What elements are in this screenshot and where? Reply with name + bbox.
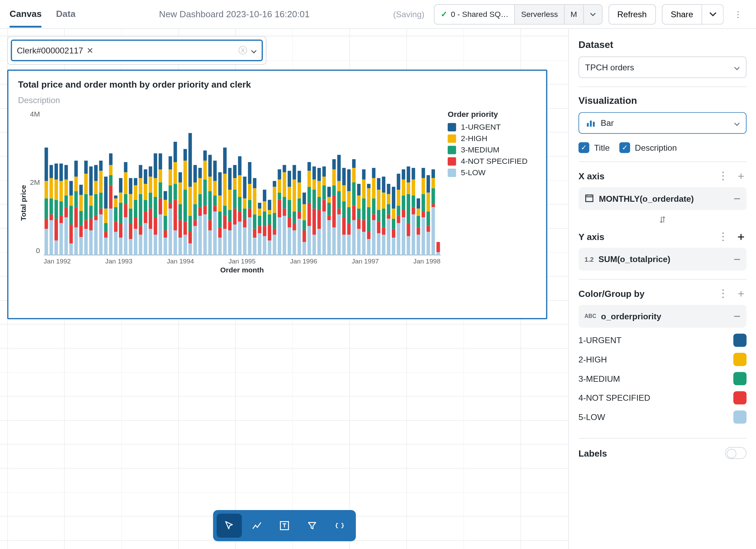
svg-rect-221 (262, 236, 266, 255)
svg-rect-348 (387, 204, 390, 214)
chart-card[interactable]: Total price and order month by order pri… (7, 70, 547, 319)
svg-rect-337 (377, 222, 380, 233)
color-swatch-icon[interactable] (733, 353, 746, 366)
svg-rect-351 (391, 238, 395, 255)
x-axis-add-icon[interactable]: ＋ (736, 170, 746, 181)
labels-toggle[interactable] (725, 447, 747, 459)
svg-rect-14 (54, 180, 58, 200)
svg-rect-374 (411, 180, 415, 196)
svg-rect-100 (139, 165, 142, 178)
svg-rect-50 (89, 167, 92, 196)
tab-canvas[interactable]: Canvas (10, 1, 42, 28)
x-axis-menu-icon[interactable]: ⋮ (718, 170, 728, 181)
color-series-row[interactable]: 2-HIGH (578, 353, 746, 366)
chart-title[interactable]: Total price and order month by order pri… (18, 79, 536, 90)
legend-swatch-icon (448, 168, 456, 177)
svg-rect-325 (362, 169, 365, 179)
y-axis-menu-icon[interactable]: ⋮ (718, 231, 728, 242)
y-axis-field[interactable]: 1.2SUM(o_totalprice) − (578, 248, 746, 271)
svg-rect-154 (193, 182, 197, 204)
visualization-select[interactable]: Bar (578, 112, 746, 134)
svg-rect-67 (109, 185, 112, 208)
svg-rect-139 (178, 182, 182, 204)
svg-rect-166 (208, 230, 211, 255)
svg-rect-298 (337, 191, 340, 209)
remove-field-icon[interactable]: − (734, 309, 740, 323)
legend-item[interactable]: 5-LOW (448, 168, 537, 177)
tool-filter[interactable] (299, 513, 324, 538)
svg-rect-42 (84, 220, 88, 229)
svg-rect-8 (49, 198, 53, 214)
color-swatch-icon[interactable] (733, 372, 746, 385)
y-axis-add-icon[interactable]: ＋ (736, 231, 746, 242)
svg-rect-41 (84, 229, 88, 255)
legend-item[interactable]: 4-NOT SPECIFIED (448, 157, 537, 166)
legend-label: 2-HIGH (461, 134, 487, 143)
description-checkbox[interactable]: ✓Description (619, 142, 677, 153)
svg-rect-122 (163, 230, 167, 238)
chart-description-placeholder[interactable]: Description (18, 96, 536, 105)
svg-rect-357 (397, 216, 400, 223)
svg-rect-99 (139, 178, 142, 194)
legend-item[interactable]: 1-URGENT (448, 122, 537, 131)
svg-rect-3 (44, 198, 48, 219)
svg-rect-391 (431, 207, 435, 255)
svg-rect-89 (129, 194, 132, 209)
color-series-row[interactable]: 1-URGENT (578, 333, 746, 347)
warehouse-selector[interactable]: ✓0 - Shared SQ… Serverless M (434, 4, 602, 24)
dashboard-title[interactable]: New Dashboard 2023-10-16 16:20:01 (81, 9, 387, 19)
color-swatch-icon[interactable] (733, 410, 746, 423)
dataset-select[interactable]: TPCH orders (578, 57, 746, 78)
svg-rect-71 (114, 232, 117, 255)
svg-rect-75 (114, 196, 117, 198)
svg-rect-290 (327, 187, 330, 197)
svg-rect-33 (74, 191, 78, 207)
color-menu-icon[interactable]: ⋮ (718, 288, 728, 299)
remove-field-icon[interactable]: − (734, 252, 740, 266)
warehouse-caret[interactable] (583, 4, 602, 24)
color-swatch-icon[interactable] (733, 333, 746, 347)
svg-rect-22 (64, 207, 68, 217)
svg-rect-300 (337, 155, 340, 181)
tool-code[interactable] (327, 513, 352, 538)
color-field[interactable]: ABCo_orderpriority − (578, 305, 746, 328)
svg-rect-173 (213, 196, 217, 206)
color-series-row[interactable]: 5-LOW (578, 410, 746, 423)
share-caret[interactable] (702, 4, 724, 24)
tool-chart[interactable] (244, 513, 269, 538)
svg-rect-326 (367, 239, 370, 255)
legend-item[interactable]: 3-MEDIUM (448, 145, 537, 154)
chip-remove-icon[interactable]: ✕ (87, 46, 94, 55)
swap-axes-icon[interactable] (578, 215, 746, 226)
more-menu-icon[interactable]: ⋮ (730, 9, 747, 19)
color-add-icon[interactable]: ＋ (736, 288, 746, 299)
svg-rect-176 (218, 238, 221, 255)
color-series-row[interactable]: 4-NOT SPECIFIED (578, 391, 746, 404)
tool-text[interactable] (271, 513, 297, 538)
svg-rect-9 (49, 178, 53, 198)
filter-input[interactable]: Clerk#000002117 ✕ ⓧ (11, 40, 263, 61)
filter-caret-icon[interactable] (251, 46, 257, 55)
tab-data[interactable]: Data (56, 1, 76, 28)
svg-rect-308 (347, 207, 350, 223)
svg-rect-305 (342, 168, 346, 186)
title-checkbox[interactable]: ✓Title (578, 142, 609, 153)
svg-rect-111 (153, 235, 157, 255)
svg-rect-279 (317, 181, 321, 197)
share-button[interactable]: Share (662, 4, 702, 24)
svg-rect-5 (44, 148, 48, 181)
svg-rect-2 (44, 219, 48, 229)
svg-rect-331 (372, 220, 375, 255)
svg-rect-60 (99, 161, 102, 171)
remove-field-icon[interactable]: − (734, 192, 740, 206)
color-swatch-icon[interactable] (733, 391, 746, 404)
x-axis-field[interactable]: MONTHLY(o_orderdate) − (578, 187, 746, 210)
legend-item[interactable]: 2-HIGH (448, 134, 537, 143)
clear-filter-icon[interactable]: ⓧ (238, 45, 247, 56)
svg-rect-188 (228, 210, 231, 222)
refresh-button[interactable]: Refresh (608, 4, 656, 24)
svg-rect-182 (223, 216, 226, 229)
tool-select[interactable] (216, 513, 241, 538)
color-series-row[interactable]: 3-MEDIUM (578, 372, 746, 385)
svg-rect-320 (357, 184, 360, 196)
